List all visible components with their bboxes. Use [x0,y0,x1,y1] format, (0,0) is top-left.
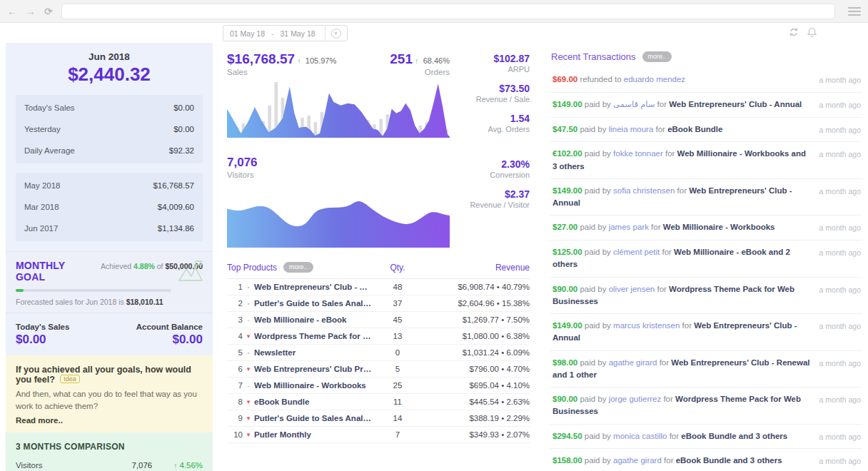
product-name: Web Millionaire - eBook [254,315,373,324]
goal-progress-bar [16,289,171,292]
date-range-picker[interactable]: 01 May 18 - 31 May 18 ▾ [223,25,348,41]
trend-marker-icon: ▾ [243,431,254,438]
customer-name-link[interactable]: سام قاسمی [613,100,655,108]
browser-bar: ← → ⟳ [0,0,868,23]
transaction-row[interactable]: €102.00 paid by fokke tonnaer for Web Mi… [550,142,862,179]
product-row[interactable]: 8▾eBook Bundle11$445.54 • 2.63% [227,394,530,410]
transaction-verb: paid by [577,285,608,293]
product-row[interactable]: 7-Web Millionaire - Workbooks25$695.04 •… [227,378,530,394]
customer-name-link[interactable]: clément petit [613,248,660,256]
forward-icon[interactable]: → [26,6,36,17]
product-revenue: $1,269.77 • 7.50% [423,315,530,324]
stat-row[interactable]: May 2018 $16,768.57 [24,175,194,196]
transactions-list: $69.00 refunded to eduardo mendeza month… [550,68,862,471]
customer-name-link[interactable]: lineia moura [609,125,654,133]
stat-value: $16,768.57 [153,181,194,190]
product-row[interactable]: 1•Web Entrepreneurs' Club - Annual48$6,9… [227,279,530,295]
read-more-link[interactable]: Read more.. [16,416,203,425]
product-name: Web Millionaire - Workbooks [254,381,373,390]
customer-name-link[interactable]: marcus kristensen [613,321,680,330]
monthly-goal-section: MONTHLY GOAL Achieved 4.88% of $50,000.0… [6,251,213,313]
transaction-row[interactable]: $149.00 paid by marcus kristensen for We… [550,314,862,351]
customer-name-link[interactable]: monica castillo [613,432,667,440]
products-more-button[interactable]: more.. [283,262,313,273]
stat-label: Today's Sales [24,103,75,112]
product-row[interactable]: 3-Web Millionaire - eBook45$1,269.77 • 7… [227,312,530,328]
product-row[interactable]: 6▾Web Entrepreneurs' Club Premium...5$79… [227,361,530,378]
product-qty: 5 [373,365,423,373]
transaction-row[interactable]: $69.00 refunded to eduardo mendeza month… [550,68,862,93]
stat-row[interactable]: Jun 2017 $1,134.86 [24,218,194,239]
customer-name-link[interactable]: agathe girard [609,358,657,367]
product-rank: 2 [227,299,243,308]
product-rank: 8 [227,397,243,406]
transaction-row[interactable]: $47.50 paid by lineia moura for eBook Bu… [550,118,862,143]
menu-icon[interactable] [848,7,861,16]
stat-value: $1,134.86 [158,224,194,233]
date-from[interactable]: 01 May 18 [223,29,271,38]
transaction-row[interactable]: $125.00 paid by clément petit for Web Mi… [550,240,862,278]
product-rank: 9 [227,414,243,422]
reload-icon[interactable]: ⟳ [44,6,53,17]
product-row[interactable]: 10▾Putler Monthly7$349.93 • 2.07% [227,427,530,443]
transaction-row[interactable]: $158.00 paid by agathe girard for eBook … [550,449,862,471]
address-bar[interactable] [61,4,835,19]
transaction-row[interactable]: $294.50 paid by monica castillo for eBoo… [550,425,862,450]
customer-name-link[interactable]: eduardo mendez [624,75,685,83]
transaction-amount: $69.00 [552,75,577,83]
product-qty: 25 [373,381,423,390]
sync-icon[interactable] [789,27,799,39]
transaction-for: for [663,149,677,158]
transaction-row[interactable]: $90.00 paid by oliver jensen for Wordpre… [550,278,862,315]
revenue-column-header[interactable]: Revenue [423,263,530,273]
revenue-per-visitor-stat: $2.37 Revenue / Visitor [450,188,530,209]
balances-section: Today's Sales $0.00 Account Balance $0.0… [6,313,213,355]
transaction-time: a month ago [819,246,861,271]
transactions-more-button[interactable]: more.. [642,51,672,62]
product-row[interactable]: 2•Putler's Guide to Sales Analysis - eB.… [227,295,530,312]
transaction-row[interactable]: $149.00 paid by sofia christensen for We… [550,179,862,216]
account-balance-value: $0.00 [136,333,203,347]
product-qty: 45 [373,315,423,324]
customer-name-link[interactable]: fokke tonnaer [613,149,663,158]
chevron-down-icon[interactable]: ▾ [331,29,341,39]
bell-icon[interactable] [807,27,817,39]
stat-row[interactable]: Mar 2018 $4,009.60 [24,196,194,218]
date-to[interactable]: 31 May 18 [274,29,322,38]
product-row[interactable]: 9▾Putler's Guide to Sales Analysis - Au.… [227,410,530,427]
product-row[interactable]: 4▾Wordpress Theme Pack for Web Bu..13$1,… [227,328,530,345]
transaction-time: a month ago [819,357,861,382]
visitors-label: Visitors [227,171,450,179]
transaction-row[interactable]: $90.00 paid by jorge gutierrez for Wordp… [550,388,862,425]
transaction-time: a month ago [819,74,861,86]
product-row[interactable]: 5•Newsletter0$1,031.24 • 6.09% [227,345,530,361]
customer-name-link[interactable]: james park [609,223,649,231]
top-products-title[interactable]: Top Products [227,263,277,273]
customer-name-link[interactable]: sofia christensen [613,186,675,195]
stat-row[interactable]: Yesterday $0.00 [24,118,194,140]
customer-name-link[interactable]: agathe girard [613,456,662,465]
up-arrow-icon: ↑ [173,462,177,470]
transaction-time: a month ago [819,320,861,345]
stat-row[interactable]: Daily Average $92.32 [24,140,194,161]
transaction-amount: $27.00 [552,223,577,231]
sales-chart[interactable] [227,82,450,138]
customer-name-link[interactable]: jorge gutierrez [609,395,662,403]
qty-column-header[interactable]: Qty. [373,263,423,273]
back-icon[interactable]: ← [7,6,17,17]
stat-label: Mar 2018 [24,203,59,211]
monthly-goal-title[interactable]: MONTHLY GOAL [16,260,96,283]
transaction-amount: $90.00 [552,395,577,403]
stat-row[interactable]: Today's Sales $0.00 [24,97,194,118]
comparison-row: Visitors 7,076 ↑ 4.56% [16,452,203,470]
transaction-product: eBook Bundle and 3 others [676,456,782,465]
transactions-title[interactable]: Recent Transactions [551,51,636,62]
customer-name-link[interactable]: oliver jensen [609,285,655,293]
visitors-chart[interactable] [227,185,450,248]
transaction-row[interactable]: $27.00 paid by james park for Web Millio… [550,216,862,240]
transaction-row[interactable]: $98.00 paid by agathe girard for Web Ent… [550,351,862,388]
transaction-row[interactable]: $149.00 paid by سام قاسمی for Web Entrep… [550,93,862,118]
todays-sales-value: $0.00 [16,333,69,347]
conversion-stat: 2.30% Conversion [450,158,530,179]
product-name: Web Entrepreneurs' Club Premium... [254,365,373,373]
